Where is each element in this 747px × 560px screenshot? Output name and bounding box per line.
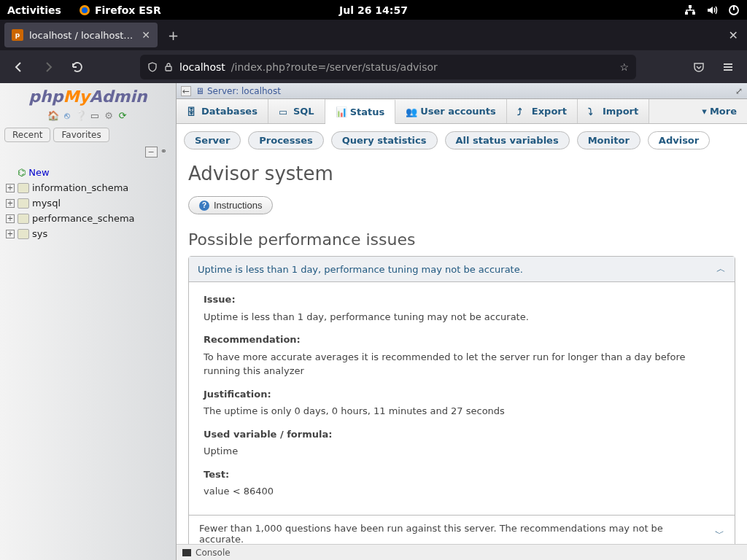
justification-text: The uptime is only 0 days, 0 hours, 11 m… [204,404,720,419]
svg-rect-7 [166,66,171,71]
nav-export[interactable]: ⤴Export [507,99,578,123]
firefox-nav-bar: localhost/index.php?route=/server/status… [0,50,747,83]
collapse-all-icon[interactable]: − [145,147,158,158]
breadcrumb-back-icon[interactable]: ← [181,86,191,96]
svg-rect-6 [733,5,735,10]
settings-icon[interactable]: ⚙ [103,110,115,122]
link-icon[interactable]: ⚭ [160,147,167,158]
subnav-monitor[interactable]: Monitor [577,131,640,149]
console-bar[interactable]: Console [177,544,747,560]
content-area: Advisor system ? Instructions Possible p… [177,154,747,544]
chevron-up-icon: ︿ [716,262,726,276]
expand-icon[interactable]: + [6,184,15,192]
volume-icon[interactable] [706,4,718,16]
url-bar[interactable]: localhost/index.php?route=/server/status… [140,55,636,79]
subnav-all-status[interactable]: All status variables [445,131,570,149]
issue-label: Issue: [204,292,720,307]
home-icon[interactable]: 🏠 [47,110,59,122]
page-title: Advisor system [188,163,735,184]
shield-icon [147,62,158,72]
subnav-advisor[interactable]: Advisor [648,131,710,149]
pma-logo[interactable]: phpMyAdmin [0,83,176,109]
window-close-icon[interactable]: ✕ [729,28,743,42]
export-icon: ⤴ [517,106,527,117]
issue-text: Uptime is less than 1 day, performance t… [204,310,720,324]
new-db-icon: ⌬ [18,167,26,178]
variable-label: Used variable / formula: [204,427,720,442]
pma-main: ← 🖥 Server: localhost ⤢ 🗄Databases ▭SQL … [177,83,747,560]
pma-favicon: p [12,29,23,41]
breadcrumb-server[interactable]: 🖥 Server: localhost [196,86,281,96]
subnav-query-stats[interactable]: Query statistics [331,131,438,149]
new-tab-button[interactable]: + [168,28,179,43]
issue-header-2[interactable]: Fewer than 1,000 questions have been run… [189,515,735,545]
docs-icon[interactable]: ❔ [75,110,87,122]
tab-close-icon[interactable]: ✕ [142,29,150,41]
nav-databases[interactable]: 🗄Databases [177,99,268,123]
status-subnav: Server Processes Query statistics All st… [177,124,747,154]
firefox-icon [79,4,90,16]
top-nav: 🗄Databases ▭SQL 📊Status 👥User accounts ⤴… [177,99,747,124]
databases-icon: 🗄 [187,106,197,117]
instructions-button[interactable]: ? Instructions [188,196,273,214]
gnome-top-bar: Activities Firefox ESR Jul 26 14:57 [0,0,747,20]
app-menu-button[interactable] [716,55,740,79]
sql-icon[interactable]: ▭ [89,110,101,122]
tree-db-item[interactable]: +mysql [6,195,173,211]
chevron-down-icon: ﹀ [708,527,724,540]
test-text: value < 86400 [204,484,720,499]
sidebar-tab-favorites[interactable]: Favorites [53,128,109,142]
expand-icon[interactable]: + [6,199,15,208]
tab-title: localhost / localhost | phpMyAdmin [29,30,136,41]
active-app-indicator[interactable]: Firefox ESR [79,4,161,16]
activities-button[interactable]: Activities [7,4,61,16]
issues-heading: Possible performance issues [188,230,735,249]
nav-sql[interactable]: ▭SQL [268,99,325,123]
users-icon: 👥 [406,106,416,117]
nav-more[interactable]: ▾More [692,99,747,123]
server-breadcrumb-bar: ← 🖥 Server: localhost ⤢ [177,83,747,99]
tree-db-item[interactable]: +sys [6,226,173,241]
subnav-processes[interactable]: Processes [248,131,323,149]
nav-user-accounts[interactable]: 👥User accounts [395,99,507,123]
firefox-tab-bar: p localhost / localhost | phpMyAdmin ✕ +… [0,20,747,50]
nav-import[interactable]: ⤵Import [578,99,649,123]
nav-status[interactable]: 📊Status [325,100,396,124]
url-path: /index.php?route=/server/status/advisor [231,61,438,73]
console-icon [182,549,191,556]
tree-db-item[interactable]: +information_schema [6,180,173,195]
subnav-server[interactable]: Server [184,131,241,149]
breadcrumb-collapse-icon[interactable]: ⤢ [735,86,743,96]
sql-icon: ▭ [279,106,289,117]
logout-icon[interactable]: ⎋ [61,110,73,122]
db-tree: ⌬ New +information_schema +mysql +perfor… [0,160,176,246]
reload-button[interactable] [66,55,89,79]
tree-new-db[interactable]: ⌬ New [6,165,173,180]
status-icon: 📊 [336,106,346,117]
power-icon[interactable] [728,4,740,16]
back-button[interactable] [7,55,31,79]
recommendation-label: Recommendation: [204,332,720,347]
justification-label: Justification: [204,387,720,402]
pocket-button[interactable] [687,55,711,79]
database-icon [18,214,29,224]
expand-icon[interactable]: + [6,214,15,223]
pma-sidebar: phpMyAdmin 🏠 ⎋ ❔ ▭ ⚙ ⟳ Recent Favorites … [0,83,177,560]
svg-rect-3 [685,12,688,15]
network-icon[interactable] [684,4,696,16]
browser-tab[interactable]: p localhost / localhost | phpMyAdmin ✕ [4,23,158,47]
reload-icon[interactable]: ⟳ [117,110,128,122]
database-icon [18,198,29,209]
variable-text: Uptime [204,444,720,459]
forward-button [36,55,60,79]
issue-body-1: Issue: Uptime is less than 1 day, perfor… [189,282,735,515]
clock[interactable]: Jul 26 14:57 [339,4,408,16]
expand-icon[interactable]: + [6,230,15,238]
tree-db-item[interactable]: +performance_schema [6,211,173,226]
database-icon [18,183,29,193]
issue-header-1[interactable]: Uptime is less than 1 day, performance t… [189,257,735,282]
import-icon: ⤵ [588,106,598,117]
bookmark-star-icon[interactable]: ☆ [619,61,629,73]
sidebar-tab-recent[interactable]: Recent [4,128,50,142]
test-label: Test: [204,467,720,482]
